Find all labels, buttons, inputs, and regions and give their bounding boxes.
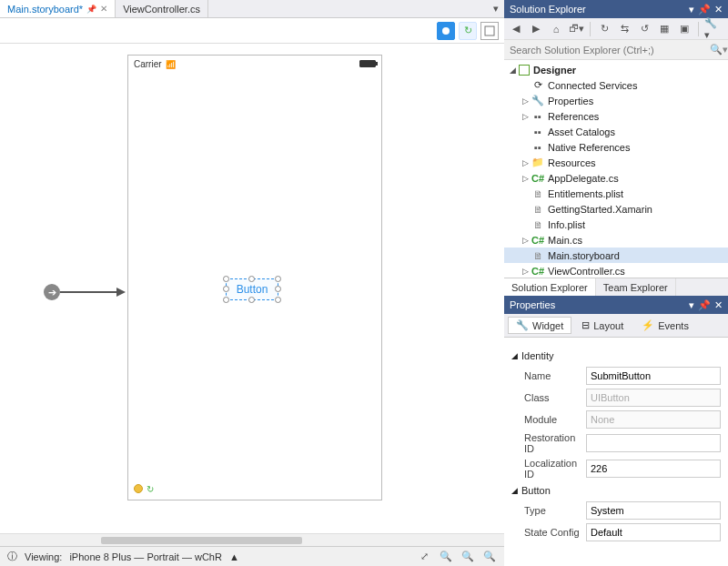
zoom-out-icon[interactable]: 🔍 xyxy=(439,550,453,564)
properties-title: Properties ▾ 📌 ✕ xyxy=(504,296,728,314)
module-label: Module xyxy=(524,414,581,425)
designer-canvas[interactable]: ➔ Carrier ↻ Button xyxy=(0,44,504,533)
close-icon[interactable]: ✕ xyxy=(100,4,107,14)
wrench-icon[interactable]: 🔧▾ xyxy=(704,21,721,37)
device-selector-icon[interactable]: ▲ xyxy=(229,551,239,562)
solution-search-input[interactable] xyxy=(504,45,710,56)
resize-handle[interactable] xyxy=(248,297,255,303)
solution-explorer-title: Solution Explorer ▾ 📌 ✕ xyxy=(504,0,728,18)
viewing-prefix: Viewing: xyxy=(25,551,62,562)
back-icon[interactable]: ◀ xyxy=(508,21,524,37)
tab-label: ViewController.cs xyxy=(123,4,200,15)
module-field[interactable] xyxy=(586,410,721,429)
solution-explorer-toolbar: ◀ ▶ ⌂ 🗗▾ ↻ ⇆ ↺ ▦ ▣ 🔧▾ xyxy=(504,18,728,40)
type-field[interactable] xyxy=(586,501,721,520)
tree-item[interactable]: ⟳Connected Services xyxy=(504,77,728,93)
tree-item[interactable]: 🗎Entitlements.plist xyxy=(504,186,728,201)
restoration-label: Restoration ID xyxy=(524,432,581,454)
sync-icon[interactable]: 🗗▾ xyxy=(568,21,584,37)
class-field[interactable] xyxy=(586,389,721,407)
pin-icon[interactable]: 📌 xyxy=(86,5,96,14)
resize-handle[interactable] xyxy=(275,297,281,303)
localization-field[interactable] xyxy=(586,460,721,478)
tab-layout[interactable]: ⊟ Layout xyxy=(573,317,632,334)
section-label: Button xyxy=(521,485,551,496)
resize-handle[interactable] xyxy=(223,286,229,292)
resize-handle[interactable] xyxy=(248,276,255,282)
tab-widget[interactable]: 🔧 Widget xyxy=(508,317,571,334)
toolbar-chip-green[interactable]: ↻ xyxy=(459,22,477,40)
section-button[interactable]: ◢ Button xyxy=(511,485,721,496)
entry-point-icon: ➔ xyxy=(44,284,60,300)
tab-viewcontroller[interactable]: ViewController.cs xyxy=(116,0,208,17)
properties-icon[interactable]: ▦ xyxy=(656,21,672,37)
panel-menu-icon[interactable]: ▾ xyxy=(689,299,694,311)
tab-solution-explorer[interactable]: Solution Explorer xyxy=(504,278,596,296)
tree-item[interactable]: ▷📁Resources xyxy=(504,155,728,170)
show-all-icon[interactable]: ↺ xyxy=(636,21,652,37)
tab-label: Layout xyxy=(593,320,623,331)
state-field[interactable] xyxy=(586,523,721,541)
tree-item[interactable]: 🗎Main.storyboard xyxy=(504,248,728,263)
search-icon[interactable]: 🔍▾ xyxy=(710,44,728,56)
class-label: Class xyxy=(524,392,581,403)
toolbar-chip-blue[interactable] xyxy=(437,22,455,40)
localization-label: Localization ID xyxy=(524,458,581,480)
tree-root[interactable]: ◢Designer xyxy=(504,62,728,77)
panel-title-text: Properties xyxy=(510,299,555,310)
horizontal-scrollbar[interactable] xyxy=(0,533,504,546)
tab-label: Main.storyboard* xyxy=(7,4,83,15)
file-tab-bar: Main.storyboard* 📌 ✕ ViewController.cs ▾ xyxy=(0,0,504,18)
tab-main-storyboard[interactable]: Main.storyboard* 📌 ✕ xyxy=(0,0,116,17)
panel-menu-icon[interactable]: ▾ xyxy=(689,4,694,15)
home-icon[interactable]: ⌂ xyxy=(548,21,564,37)
zoom-reset-icon[interactable]: 🔍 xyxy=(460,550,475,564)
tab-dropdown-icon[interactable]: ▾ xyxy=(488,0,504,17)
state-label: State Config xyxy=(524,527,581,538)
zoom-in-icon[interactable]: 🔍 xyxy=(482,550,497,564)
device-frame[interactable]: Carrier ↻ xyxy=(127,55,382,500)
tab-events[interactable]: ⚡ Events xyxy=(633,317,697,334)
constraints-toggle[interactable] xyxy=(480,22,499,40)
scrollbar-thumb[interactable] xyxy=(101,537,303,544)
resize-handle[interactable] xyxy=(275,276,281,282)
device-statusbar: Carrier xyxy=(128,56,381,72)
tree-item[interactable]: ▷🔧Properties xyxy=(504,93,728,108)
designer-statusbar: ⓘ Viewing: iPhone 8 Plus — Portrait — wC… xyxy=(0,546,504,566)
tab-team-explorer[interactable]: Team Explorer xyxy=(596,278,676,296)
tree-item[interactable]: 🗎GettingStarted.Xamarin xyxy=(504,201,728,217)
refresh-icon[interactable]: ↻ xyxy=(596,21,612,37)
tree-item[interactable]: ▷C#Main.cs xyxy=(504,232,728,248)
solution-tree[interactable]: ◢Designer⟳Connected Services▷🔧Properties… xyxy=(504,60,728,278)
preview-icon[interactable]: ▣ xyxy=(676,21,693,37)
tree-item[interactable]: ▷▪▪References xyxy=(504,108,728,124)
tree-item[interactable]: ▷C#AppDelegate.cs xyxy=(504,170,728,186)
properties-tab-bar: 🔧 Widget ⊟ Layout ⚡ Events xyxy=(504,314,728,338)
name-field[interactable] xyxy=(586,367,721,385)
pin-icon[interactable]: 📌 xyxy=(698,299,711,311)
side-panels: Solution Explorer ▾ 📌 ✕ ◀ ▶ ⌂ 🗗▾ ↻ ⇆ ↺ ▦… xyxy=(504,0,728,566)
close-icon[interactable]: ✕ xyxy=(714,299,723,311)
resize-handle[interactable] xyxy=(223,276,229,282)
pin-icon[interactable]: 📌 xyxy=(698,4,711,15)
tree-item[interactable]: 🗎Info.plist xyxy=(504,217,728,232)
close-icon[interactable]: ✕ xyxy=(714,4,723,15)
resize-handle[interactable] xyxy=(223,297,229,303)
tree-item[interactable]: ▷C#ViewController.cs xyxy=(504,263,728,278)
button-label: Button xyxy=(237,283,268,296)
forward-icon[interactable]: ▶ xyxy=(528,21,544,37)
collapse-icon[interactable]: ⇆ xyxy=(616,21,632,37)
restoration-field[interactable] xyxy=(586,434,721,452)
type-label: Type xyxy=(524,505,581,516)
tree-item[interactable]: ▪▪Asset Catalogs xyxy=(504,124,728,139)
layout-icon: ⊟ xyxy=(581,319,590,331)
section-identity[interactable]: ◢ Identity xyxy=(511,350,721,361)
canvas-button-control[interactable]: Button xyxy=(226,278,278,300)
tree-item[interactable]: ▪▪Native References xyxy=(504,139,728,155)
refresh-icon[interactable]: ↻ xyxy=(147,484,154,494)
carrier-label: Carrier xyxy=(134,59,176,69)
info-icon: ⓘ xyxy=(7,550,17,563)
warning-icon[interactable] xyxy=(134,484,143,493)
zoom-fit-icon[interactable]: ⤢ xyxy=(417,550,431,564)
resize-handle[interactable] xyxy=(275,286,281,292)
